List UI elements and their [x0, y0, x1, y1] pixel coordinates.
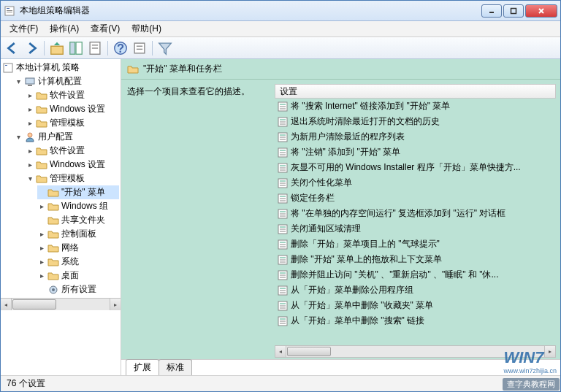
scroll-right-icon[interactable]: ▸	[544, 346, 555, 357]
statusbar: 76 个设置	[1, 375, 560, 391]
scroll-left-icon[interactable]: ◂	[275, 346, 286, 357]
list-item[interactable]: 从「开始」菜单中删除 "搜索" 链接	[275, 313, 556, 328]
menu-view[interactable]: 查看(V)	[85, 21, 126, 36]
collapse-icon[interactable]: ▾	[14, 77, 23, 86]
tree-all-settings[interactable]: 所有设置	[37, 283, 119, 296]
list-item[interactable]: 关闭个性化菜单	[275, 175, 556, 191]
tree-user-config[interactable]: ▾ 用户配置	[14, 130, 119, 144]
show-hide-tree-button[interactable]	[67, 39, 85, 57]
scroll-thumb[interactable]	[287, 347, 331, 356]
settings-list[interactable]: 将 "搜索 Internet" 链接添加到 "开始" 菜单退出系统时清除最近打开…	[275, 99, 556, 345]
list-item[interactable]: 关闭通知区域清理	[275, 221, 556, 237]
folder-icon	[127, 64, 139, 75]
list-item[interactable]: 将 "注销" 添加到 "开始" 菜单	[275, 145, 556, 160]
properties-button[interactable]	[86, 39, 104, 57]
expand-icon[interactable]: ▸	[37, 244, 46, 253]
back-button[interactable]	[4, 39, 21, 57]
expand-icon[interactable]: ▸	[26, 91, 34, 100]
collapse-icon[interactable]: ▾	[14, 133, 23, 142]
list-item[interactable]: 退出系统时清除最近打开的文档的历史	[275, 114, 556, 129]
options-button[interactable]	[131, 39, 148, 57]
tree-uc-windows[interactable]: ▸Windows 设置	[26, 158, 119, 172]
scroll-right-icon[interactable]: ▸	[110, 299, 121, 310]
forward-button[interactable]	[23, 39, 40, 57]
list-item[interactable]: 删除 "开始" 菜单上的拖放和上下文菜单	[275, 252, 556, 267]
menu-help[interactable]: 帮助(H)	[126, 21, 167, 36]
setting-label: 将 "在单独的内存空间运行" 复选框添加到 "运行" 对话框	[291, 207, 505, 220]
setting-icon	[278, 147, 288, 158]
tree-uc-admin[interactable]: ▾管理模板	[26, 172, 119, 185]
setting-icon	[278, 255, 288, 265]
view-tabs: 扩展 标准	[121, 359, 560, 375]
tab-standard[interactable]: 标准	[159, 359, 192, 375]
tree-cc-software[interactable]: ▸软件设置	[26, 88, 119, 102]
menu-action[interactable]: 操作(A)	[44, 21, 85, 36]
filter-button[interactable]	[156, 39, 174, 57]
setting-label: 从「开始」菜单中删除 "收藏夹" 菜单	[291, 299, 433, 312]
separator	[107, 41, 108, 55]
list-item[interactable]: 从「开始」菜单中删除 "收藏夹" 菜单	[275, 298, 556, 313]
column-header-settings[interactable]: 设置	[275, 84, 556, 99]
tree-cc-admin[interactable]: ▸管理模板	[26, 116, 119, 130]
svg-rect-9	[70, 42, 75, 54]
scroll-left-icon[interactable]: ◂	[1, 299, 12, 310]
maximize-button[interactable]	[503, 4, 524, 18]
list-item[interactable]: 删除「开始」菜单项目上的 "气球提示"	[275, 237, 556, 252]
content-header: "开始" 菜单和任务栏	[121, 59, 560, 80]
tree-label: 桌面	[61, 269, 79, 282]
tree-cc-windows[interactable]: ▸Windows 设置	[26, 102, 119, 116]
up-button[interactable]	[48, 39, 66, 57]
tree-windows-comp[interactable]: ▸Windows 组	[37, 199, 119, 213]
expand-icon[interactable]: ▸	[26, 105, 34, 114]
tree-pane[interactable]: 本地计算机 策略 ▾ 计算机配置 ▸软件设置 ▸Windows 设置 ▸管理模板…	[1, 59, 121, 375]
list-item[interactable]: 将 "搜索 Internet" 链接添加到 "开始" 菜单	[275, 99, 556, 114]
list-horizontal-scrollbar[interactable]: ◂ ▸	[275, 345, 556, 358]
tree-uc-software[interactable]: ▸软件设置	[26, 144, 119, 158]
setting-label: 锁定任务栏	[291, 192, 335, 204]
setting-label: 删除「开始」菜单项目上的 "气球提示"	[291, 238, 440, 250]
tree-horizontal-scrollbar[interactable]: ◂ ▸	[1, 298, 121, 310]
expand-icon[interactable]: ▸	[37, 272, 46, 280]
tree-label: 控制面板	[61, 228, 96, 240]
close-button[interactable]	[525, 4, 557, 18]
tree-root[interactable]: 本地计算机 策略	[2, 61, 119, 74]
tree-label: 管理模板	[50, 117, 85, 129]
list-item[interactable]: 灰显不可用的 Windows Installer 程序「开始」菜单快捷方...	[275, 160, 556, 175]
tree-network[interactable]: ▸网络	[37, 241, 119, 255]
expand-icon[interactable]: ▸	[37, 202, 46, 211]
expand-icon[interactable]: ▸	[26, 161, 34, 169]
svg-rect-5	[511, 8, 516, 13]
folder-icon	[47, 270, 59, 282]
help-button[interactable]: ?	[112, 39, 129, 57]
settings-icon	[47, 284, 59, 296]
tree-desktop[interactable]: ▸桌面	[37, 269, 119, 283]
tree-computer-config[interactable]: ▾ 计算机配置	[14, 74, 119, 88]
list-item[interactable]: 将 "在单独的内存空间运行" 复选框添加到 "运行" 对话框	[275, 206, 556, 221]
titlebar[interactable]: 本地组策略编辑器	[1, 1, 560, 21]
tree-start-menu[interactable]: "开始" 菜单	[37, 185, 119, 199]
expand-icon[interactable]: ▸	[26, 147, 34, 155]
tree-control-panel[interactable]: ▸控制面板	[37, 227, 119, 241]
collapse-icon[interactable]: ▾	[26, 174, 34, 183]
scroll-thumb[interactable]	[12, 299, 56, 310]
expand-icon[interactable]: ▸	[37, 258, 46, 266]
setting-icon	[278, 193, 288, 204]
setting-icon	[278, 270, 288, 280]
expand-icon[interactable]: ▸	[26, 119, 34, 128]
menu-file[interactable]: 文件(F)	[4, 21, 44, 36]
tree-system[interactable]: ▸系统	[37, 255, 119, 269]
list-item[interactable]: 锁定任务栏	[275, 191, 556, 206]
policy-icon	[2, 62, 14, 74]
list-item[interactable]: 为新用户清除最近的程序列表	[275, 129, 556, 145]
tree-label: "开始" 菜单	[61, 186, 105, 199]
folder-icon	[47, 242, 59, 254]
list-item[interactable]: 从「开始」菜单删除公用程序组	[275, 283, 556, 298]
tree-shared-folders[interactable]: 共享文件夹	[37, 213, 119, 227]
tree-label: 计算机配置	[38, 75, 82, 88]
svg-rect-19	[4, 64, 12, 72]
minimize-button[interactable]	[481, 4, 502, 18]
list-item[interactable]: 删除并阻止访问 "关机" 、"重新启动" 、"睡眠" 和 "休...	[275, 267, 556, 283]
expand-icon[interactable]: ▸	[37, 230, 46, 239]
tab-extended[interactable]: 扩展	[126, 359, 159, 375]
setting-label: 退出系统时清除最近打开的文档的历史	[291, 115, 440, 128]
